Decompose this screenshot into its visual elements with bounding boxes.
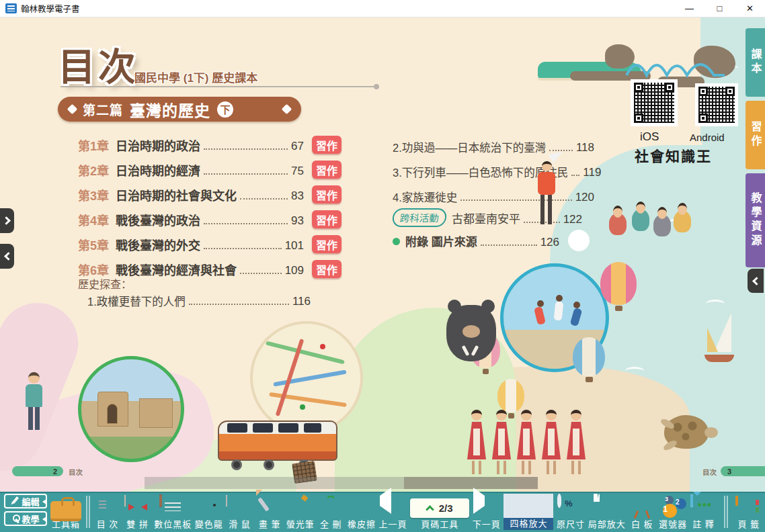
workbook-badge-button[interactable]: 習作	[312, 260, 341, 278]
page-number: 119	[583, 166, 601, 179]
maximize-button[interactable]: □	[704, 0, 735, 17]
tool-highlighter[interactable]: 螢光筆	[286, 494, 315, 530]
tool-label: 頁 籤	[737, 519, 760, 530]
item-label: 4.家族遷徙史	[393, 189, 457, 205]
tool-mouse[interactable]: 滑 鼠	[226, 494, 253, 530]
bear-ear	[448, 300, 461, 313]
tool-prev-page[interactable]: 上一頁	[379, 494, 407, 530]
hiker-illustration	[28, 407, 33, 430]
left-panel-expand-button[interactable]	[0, 208, 14, 233]
tool-whiteboard[interactable]: 白 板	[629, 494, 655, 530]
chapter-title: 戰後臺灣的外交	[116, 236, 200, 253]
footer-label-right: 目次	[702, 467, 717, 477]
chapter-number: 第2章	[78, 161, 109, 179]
four-point-star-icon	[282, 104, 292, 115]
prev-page-icon	[380, 496, 407, 519]
sidebar-collapse-button[interactable]	[748, 269, 764, 293]
workbook-badge-button[interactable]: 習作	[312, 210, 341, 228]
tool-label: 上一頁	[379, 519, 407, 530]
toc-item: 2.功與過——日本統治下的臺灣118	[393, 130, 594, 155]
divider-line	[61, 86, 375, 87]
close-button[interactable]: ✕	[735, 0, 765, 17]
toolbox-button[interactable]: 工具箱	[50, 494, 82, 530]
workbook-badge-button[interactable]: 習作	[312, 185, 341, 204]
workbook-badge-button[interactable]: 習作	[312, 161, 341, 179]
tool-page-number-box[interactable]: 2/3頁碼工具	[410, 494, 469, 530]
ios-label: iOS	[640, 130, 659, 144]
chapter-title: 戰後臺灣的經濟與社會	[116, 261, 237, 278]
tool-annotation[interactable]: 註 釋	[690, 494, 717, 530]
tool-partial-zoom[interactable]: 局部放大	[588, 494, 626, 530]
bear-muzzle	[462, 325, 480, 338]
number-ball-icon: 1	[663, 504, 677, 518]
tool-toc[interactable]: 目 次	[94, 494, 121, 530]
hiker-illustration	[26, 384, 42, 407]
train-wheel	[231, 459, 242, 470]
tool-chameleon[interactable]: 變色龍	[195, 494, 223, 530]
workbook-badge-button[interactable]: 習作	[312, 235, 341, 253]
mode-button-edit[interactable]: 編輯	[4, 494, 47, 508]
android-qr-code	[695, 83, 738, 126]
sailboat-hull	[704, 355, 734, 362]
annotation-icon	[690, 496, 717, 519]
sitting-person-illustration	[674, 211, 691, 232]
scrollbar-thumb[interactable]	[404, 477, 538, 489]
side-tab-2[interactable]: 教學資源	[746, 173, 765, 267]
tool-eraser[interactable]: 橡皮擦	[348, 494, 376, 530]
page-number: 109	[285, 264, 304, 277]
tool-pen[interactable]: 畫 筆	[256, 494, 283, 530]
chapter-row: 第1章日治時期的政治67習作	[78, 129, 341, 154]
tool-trash[interactable]: 全 刪	[317, 494, 344, 530]
tool-label: 註 釋	[692, 519, 715, 530]
toolbox-icon	[50, 496, 82, 519]
page-number: 83	[291, 189, 304, 203]
volume-badge: 下	[217, 101, 233, 118]
tool-label: 四格放大	[504, 518, 553, 530]
tool-page-tab[interactable]: 頁 籤	[735, 494, 762, 530]
chapter-title: 日治時期的社會與文化	[116, 186, 237, 204]
dual-page-icon	[124, 496, 151, 519]
tool-next-page[interactable]: 下一頁	[473, 494, 501, 530]
chevron-up-icon	[426, 505, 434, 514]
tool-label: 白 板	[631, 519, 653, 530]
page-number: 101	[285, 239, 304, 253]
dot-leader	[481, 245, 537, 246]
speaker-person-illustration	[540, 195, 545, 224]
chevron-left-icon	[752, 277, 761, 285]
tool-number-picker[interactable]: 321選號器	[659, 494, 687, 530]
train-wheel	[264, 459, 274, 470]
tool-quad-zoom[interactable]: 四格放大	[504, 494, 553, 530]
page-number: 126	[540, 236, 559, 249]
sailboat-illustration	[707, 328, 718, 352]
side-tab-1[interactable]: 習作	[746, 101, 765, 169]
arch-bridge-illustration	[625, 50, 726, 78]
tool-dual-page[interactable]: 雙 拼	[124, 494, 151, 530]
speaker-person-illustration	[538, 172, 555, 195]
pen-icon	[256, 496, 283, 519]
window-title: 翰林教學電子書	[21, 2, 80, 15]
dot-leader	[204, 173, 288, 175]
chapter-number: 第3章	[78, 186, 109, 204]
cross-activity-badge[interactable]: 跨科活動	[392, 208, 448, 227]
minimize-button[interactable]: —	[674, 0, 704, 17]
sitting-person-illustration	[632, 210, 649, 231]
mode-button-teach[interactable]: 教學	[4, 511, 47, 526]
turtle-head	[704, 427, 718, 438]
app-book-icon	[5, 3, 17, 13]
white-circle-decor	[568, 230, 590, 251]
train-window	[227, 423, 247, 433]
workbook-badge-button[interactable]: 習作	[312, 136, 341, 154]
banner-title: 臺灣的歷史	[130, 98, 210, 121]
section-banner: 第二篇 臺灣的歷史 下	[58, 97, 301, 122]
wave-icon	[706, 300, 725, 308]
tool-original-size[interactable]: %原尺寸	[557, 494, 585, 530]
left-panel-collapse-button[interactable]	[0, 244, 14, 269]
appendix-label: 附錄 圖片來源	[405, 232, 477, 249]
page-indicator-box[interactable]: 2/3	[410, 498, 469, 518]
dot-leader	[240, 198, 288, 200]
eraser-icon	[348, 496, 375, 519]
cross-activity-label: 古都臺南安平	[452, 210, 520, 226]
side-tab-0[interactable]: 課本	[746, 28, 765, 97]
tool-blackboard[interactable]: 數位黑板	[154, 494, 192, 530]
chapter-row: 第6章戰後臺灣的經濟與社會109習作	[78, 253, 341, 278]
